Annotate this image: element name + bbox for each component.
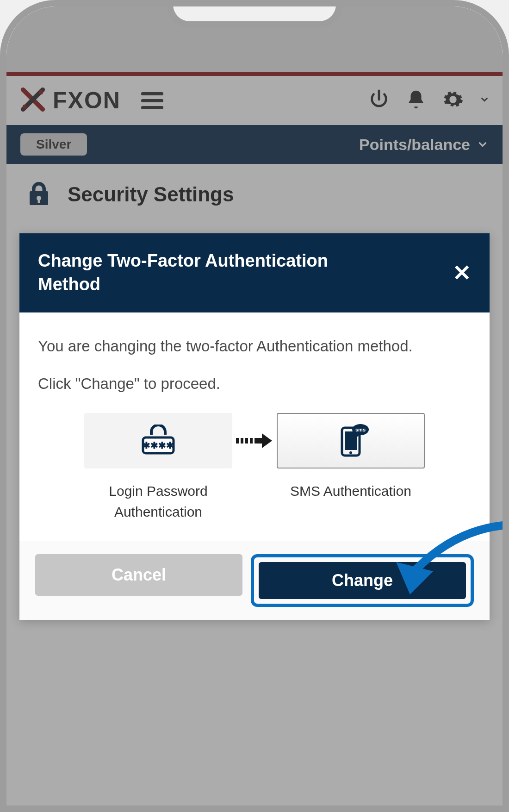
password-auth-icon: ✱✱✱✱ — [84, 413, 232, 468]
cancel-button[interactable]: Cancel — [35, 554, 242, 596]
svg-rect-10 — [345, 431, 357, 450]
brand-text: FXON — [53, 87, 121, 114]
svg-rect-8 — [254, 438, 262, 443]
method-from-card: ✱✱✱✱ Login Password Authentication — [84, 413, 232, 522]
account-subbar: Silver Points/balance — [6, 125, 503, 164]
dialog-text-2: Click "Change" to proceed. — [38, 372, 471, 395]
tier-badge: Silver — [20, 133, 87, 156]
brand-logo[interactable]: FXON — [19, 86, 121, 115]
method-from-label: Login Password Authentication — [84, 481, 232, 522]
points-label: Points/balance — [359, 136, 470, 154]
svg-point-1 — [23, 105, 27, 109]
dialog-body: You are changing the two-factor Authenti… — [19, 312, 490, 541]
svg-point-11 — [349, 451, 352, 454]
method-to-label: SMS Authentication — [277, 481, 425, 501]
app-header: FXON — [6, 76, 503, 125]
bell-icon[interactable] — [405, 89, 427, 112]
dialog-text-1: You are changing the two-factor Authenti… — [38, 335, 471, 358]
gear-icon[interactable] — [442, 89, 464, 112]
svg-rect-7 — [250, 438, 253, 443]
page-heading: Security Settings — [6, 164, 503, 225]
svg-point-0 — [39, 90, 43, 95]
points-balance-link[interactable]: Points/balance — [359, 136, 489, 154]
power-icon[interactable] — [368, 89, 390, 112]
dialog-title: Change Two-Factor Authentication Method — [38, 249, 385, 297]
arrow-right-icon — [232, 413, 277, 468]
chevron-down-icon[interactable] — [479, 94, 490, 106]
svg-text:✱✱✱✱: ✱✱✱✱ — [143, 440, 174, 450]
svg-rect-4 — [236, 438, 239, 443]
brand-mark-icon — [19, 86, 46, 115]
close-icon[interactable]: ✕ — [453, 260, 471, 286]
annotation-arrow-icon — [382, 520, 509, 606]
lock-icon — [25, 180, 53, 209]
svg-rect-5 — [241, 438, 243, 443]
svg-text:sms: sms — [355, 427, 366, 432]
page-title: Security Settings — [68, 183, 234, 206]
sms-auth-icon: sms — [277, 413, 425, 468]
dialog-header: Change Two-Factor Authentication Method … — [19, 233, 490, 312]
svg-rect-6 — [245, 438, 248, 443]
method-to-card[interactable]: sms SMS Authentication — [277, 413, 425, 501]
menu-icon[interactable] — [141, 88, 163, 113]
